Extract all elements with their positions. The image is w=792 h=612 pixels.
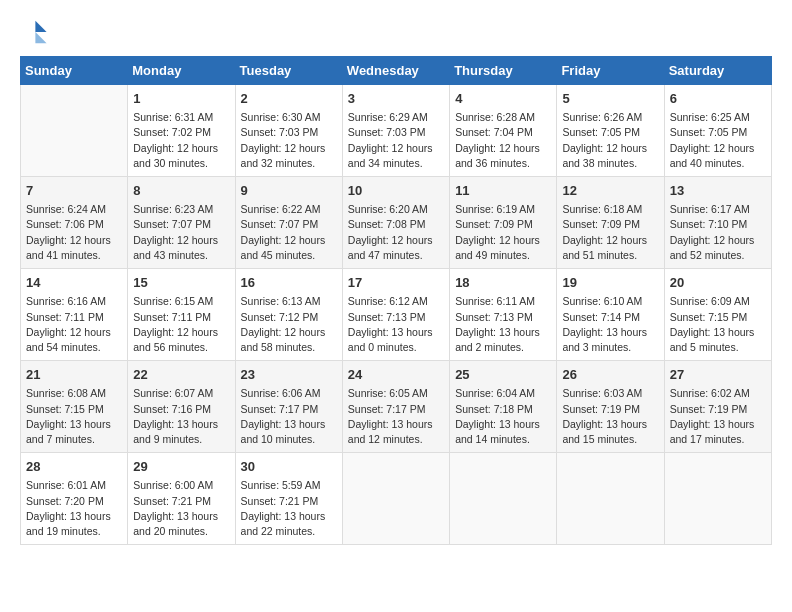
day-info: Sunrise: 6:01 AM Sunset: 7:20 PM Dayligh… (26, 478, 122, 539)
day-number: 3 (348, 90, 444, 108)
day-number: 23 (241, 366, 337, 384)
header (20, 18, 772, 46)
calendar-cell: 20Sunrise: 6:09 AM Sunset: 7:15 PM Dayli… (664, 269, 771, 361)
day-number: 13 (670, 182, 766, 200)
column-header-thursday: Thursday (450, 57, 557, 85)
calendar-cell: 22Sunrise: 6:07 AM Sunset: 7:16 PM Dayli… (128, 361, 235, 453)
day-number: 15 (133, 274, 229, 292)
logo-icon (20, 18, 48, 46)
day-info: Sunrise: 6:00 AM Sunset: 7:21 PM Dayligh… (133, 478, 229, 539)
calendar-cell: 29Sunrise: 6:00 AM Sunset: 7:21 PM Dayli… (128, 453, 235, 545)
calendar-cell (21, 85, 128, 177)
day-number: 2 (241, 90, 337, 108)
day-info: Sunrise: 6:17 AM Sunset: 7:10 PM Dayligh… (670, 202, 766, 263)
day-info: Sunrise: 6:31 AM Sunset: 7:02 PM Dayligh… (133, 110, 229, 171)
day-number: 4 (455, 90, 551, 108)
calendar-cell: 4Sunrise: 6:28 AM Sunset: 7:04 PM Daylig… (450, 85, 557, 177)
svg-marker-1 (35, 32, 46, 43)
column-header-sunday: Sunday (21, 57, 128, 85)
calendar-cell: 15Sunrise: 6:15 AM Sunset: 7:11 PM Dayli… (128, 269, 235, 361)
day-number: 6 (670, 90, 766, 108)
day-number: 29 (133, 458, 229, 476)
calendar-cell: 10Sunrise: 6:20 AM Sunset: 7:08 PM Dayli… (342, 177, 449, 269)
day-number: 21 (26, 366, 122, 384)
calendar-cell: 24Sunrise: 6:05 AM Sunset: 7:17 PM Dayli… (342, 361, 449, 453)
calendar-cell: 26Sunrise: 6:03 AM Sunset: 7:19 PM Dayli… (557, 361, 664, 453)
day-number: 8 (133, 182, 229, 200)
day-info: Sunrise: 6:29 AM Sunset: 7:03 PM Dayligh… (348, 110, 444, 171)
calendar-table: SundayMondayTuesdayWednesdayThursdayFrid… (20, 56, 772, 545)
day-info: Sunrise: 6:11 AM Sunset: 7:13 PM Dayligh… (455, 294, 551, 355)
calendar-cell: 18Sunrise: 6:11 AM Sunset: 7:13 PM Dayli… (450, 269, 557, 361)
calendar-week-1: 1Sunrise: 6:31 AM Sunset: 7:02 PM Daylig… (21, 85, 772, 177)
day-info: Sunrise: 6:16 AM Sunset: 7:11 PM Dayligh… (26, 294, 122, 355)
day-info: Sunrise: 6:04 AM Sunset: 7:18 PM Dayligh… (455, 386, 551, 447)
day-info: Sunrise: 6:15 AM Sunset: 7:11 PM Dayligh… (133, 294, 229, 355)
day-info: Sunrise: 6:06 AM Sunset: 7:17 PM Dayligh… (241, 386, 337, 447)
day-number: 28 (26, 458, 122, 476)
calendar-cell: 1Sunrise: 6:31 AM Sunset: 7:02 PM Daylig… (128, 85, 235, 177)
day-number: 7 (26, 182, 122, 200)
day-info: Sunrise: 6:12 AM Sunset: 7:13 PM Dayligh… (348, 294, 444, 355)
calendar-week-3: 14Sunrise: 6:16 AM Sunset: 7:11 PM Dayli… (21, 269, 772, 361)
day-info: Sunrise: 6:08 AM Sunset: 7:15 PM Dayligh… (26, 386, 122, 447)
calendar-cell (450, 453, 557, 545)
day-number: 26 (562, 366, 658, 384)
calendar-cell: 5Sunrise: 6:26 AM Sunset: 7:05 PM Daylig… (557, 85, 664, 177)
day-info: Sunrise: 6:23 AM Sunset: 7:07 PM Dayligh… (133, 202, 229, 263)
calendar-cell: 12Sunrise: 6:18 AM Sunset: 7:09 PM Dayli… (557, 177, 664, 269)
calendar-body: 1Sunrise: 6:31 AM Sunset: 7:02 PM Daylig… (21, 85, 772, 545)
column-header-wednesday: Wednesday (342, 57, 449, 85)
day-info: Sunrise: 6:07 AM Sunset: 7:16 PM Dayligh… (133, 386, 229, 447)
day-info: Sunrise: 6:25 AM Sunset: 7:05 PM Dayligh… (670, 110, 766, 171)
column-header-saturday: Saturday (664, 57, 771, 85)
calendar-cell: 14Sunrise: 6:16 AM Sunset: 7:11 PM Dayli… (21, 269, 128, 361)
calendar-week-4: 21Sunrise: 6:08 AM Sunset: 7:15 PM Dayli… (21, 361, 772, 453)
column-header-monday: Monday (128, 57, 235, 85)
day-info: Sunrise: 6:02 AM Sunset: 7:19 PM Dayligh… (670, 386, 766, 447)
day-number: 9 (241, 182, 337, 200)
calendar-week-5: 28Sunrise: 6:01 AM Sunset: 7:20 PM Dayli… (21, 453, 772, 545)
header-row: SundayMondayTuesdayWednesdayThursdayFrid… (21, 57, 772, 85)
day-info: Sunrise: 6:13 AM Sunset: 7:12 PM Dayligh… (241, 294, 337, 355)
day-info: Sunrise: 6:09 AM Sunset: 7:15 PM Dayligh… (670, 294, 766, 355)
day-info: Sunrise: 6:26 AM Sunset: 7:05 PM Dayligh… (562, 110, 658, 171)
day-number: 27 (670, 366, 766, 384)
calendar-cell: 23Sunrise: 6:06 AM Sunset: 7:17 PM Dayli… (235, 361, 342, 453)
day-info: Sunrise: 6:28 AM Sunset: 7:04 PM Dayligh… (455, 110, 551, 171)
calendar-cell: 28Sunrise: 6:01 AM Sunset: 7:20 PM Dayli… (21, 453, 128, 545)
calendar-cell: 16Sunrise: 6:13 AM Sunset: 7:12 PM Dayli… (235, 269, 342, 361)
calendar-cell: 25Sunrise: 6:04 AM Sunset: 7:18 PM Dayli… (450, 361, 557, 453)
day-number: 22 (133, 366, 229, 384)
calendar-cell (664, 453, 771, 545)
column-header-friday: Friday (557, 57, 664, 85)
day-info: Sunrise: 6:18 AM Sunset: 7:09 PM Dayligh… (562, 202, 658, 263)
day-number: 18 (455, 274, 551, 292)
calendar-cell: 7Sunrise: 6:24 AM Sunset: 7:06 PM Daylig… (21, 177, 128, 269)
day-info: Sunrise: 6:30 AM Sunset: 7:03 PM Dayligh… (241, 110, 337, 171)
day-number: 17 (348, 274, 444, 292)
day-number: 1 (133, 90, 229, 108)
calendar-cell: 27Sunrise: 6:02 AM Sunset: 7:19 PM Dayli… (664, 361, 771, 453)
svg-marker-0 (35, 21, 46, 32)
calendar-cell: 13Sunrise: 6:17 AM Sunset: 7:10 PM Dayli… (664, 177, 771, 269)
calendar-cell (557, 453, 664, 545)
day-info: Sunrise: 5:59 AM Sunset: 7:21 PM Dayligh… (241, 478, 337, 539)
logo (20, 18, 52, 46)
day-info: Sunrise: 6:05 AM Sunset: 7:17 PM Dayligh… (348, 386, 444, 447)
day-number: 5 (562, 90, 658, 108)
page: SundayMondayTuesdayWednesdayThursdayFrid… (0, 0, 792, 612)
day-number: 20 (670, 274, 766, 292)
calendar-cell: 6Sunrise: 6:25 AM Sunset: 7:05 PM Daylig… (664, 85, 771, 177)
calendar-cell: 8Sunrise: 6:23 AM Sunset: 7:07 PM Daylig… (128, 177, 235, 269)
day-number: 10 (348, 182, 444, 200)
calendar-cell: 17Sunrise: 6:12 AM Sunset: 7:13 PM Dayli… (342, 269, 449, 361)
calendar-cell: 30Sunrise: 5:59 AM Sunset: 7:21 PM Dayli… (235, 453, 342, 545)
day-info: Sunrise: 6:22 AM Sunset: 7:07 PM Dayligh… (241, 202, 337, 263)
day-info: Sunrise: 6:19 AM Sunset: 7:09 PM Dayligh… (455, 202, 551, 263)
calendar-cell: 9Sunrise: 6:22 AM Sunset: 7:07 PM Daylig… (235, 177, 342, 269)
day-number: 25 (455, 366, 551, 384)
calendar-cell: 21Sunrise: 6:08 AM Sunset: 7:15 PM Dayli… (21, 361, 128, 453)
calendar-cell: 11Sunrise: 6:19 AM Sunset: 7:09 PM Dayli… (450, 177, 557, 269)
day-info: Sunrise: 6:10 AM Sunset: 7:14 PM Dayligh… (562, 294, 658, 355)
